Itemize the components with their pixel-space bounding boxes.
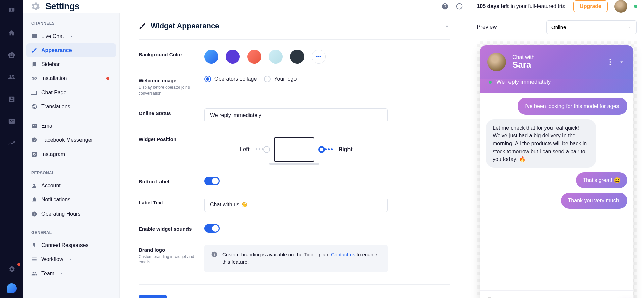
color-swatch-purple[interactable] bbox=[226, 50, 240, 64]
sidebar-label: Installation bbox=[41, 75, 67, 81]
preview-label: Preview bbox=[477, 24, 497, 31]
rail-analytics-icon[interactable] bbox=[6, 137, 18, 150]
save-button[interactable]: Save bbox=[139, 295, 167, 298]
sidebar-item-translations[interactable]: Translations bbox=[26, 100, 116, 114]
rail-tidio-icon[interactable] bbox=[7, 283, 17, 293]
topbar: Settings 105 days left in your full-feat… bbox=[23, 0, 644, 13]
rail-mail-icon[interactable] bbox=[6, 115, 18, 127]
sidebar-label: Notifications bbox=[41, 197, 70, 203]
label: Brand logo bbox=[139, 247, 204, 253]
radio-your-logo[interactable]: Your logo bbox=[264, 76, 297, 82]
svg-point-2 bbox=[610, 64, 611, 65]
radio-operators-collage[interactable]: Operators collage bbox=[204, 76, 257, 82]
color-swatch-blue[interactable] bbox=[204, 50, 218, 64]
sidebar-item-team[interactable]: Team bbox=[26, 266, 116, 281]
preview-panel: Preview Online Chat with Sara bbox=[469, 13, 644, 298]
online-dot bbox=[489, 81, 492, 84]
rail-home-icon[interactable] bbox=[6, 27, 18, 39]
sidebar-item-appearance[interactable]: Appearance bbox=[26, 43, 116, 57]
sidebar-item-messenger[interactable]: Facebook Messenger bbox=[26, 133, 116, 147]
brand-notice: Custom branding is available on the Tidi… bbox=[204, 245, 388, 272]
sidebar-label: Translations bbox=[41, 104, 70, 110]
svg-point-0 bbox=[610, 59, 611, 60]
color-swatch-dark[interactable] bbox=[290, 50, 304, 64]
sounds-toggle[interactable] bbox=[204, 224, 220, 233]
position-radio-right[interactable] bbox=[318, 146, 325, 153]
chat-operator-avatar bbox=[487, 53, 506, 71]
sidebar-item-email[interactable]: Email bbox=[26, 119, 116, 133]
rail-bot-icon[interactable] bbox=[6, 49, 18, 61]
chat-operator-name: Sara bbox=[512, 60, 535, 70]
position-radio-left[interactable] bbox=[263, 146, 270, 153]
chat-menu-icon[interactable] bbox=[609, 59, 611, 65]
section-personal: PERSONAL bbox=[26, 171, 116, 175]
settings-sidebar: CHANNELS Live Chat Appearance Sidebar In… bbox=[23, 13, 120, 298]
info-icon bbox=[211, 251, 218, 258]
label: Enable widget sounds bbox=[139, 226, 204, 232]
sidebar-label: Operating Hours bbox=[41, 211, 80, 217]
position-label-left: Left bbox=[239, 146, 249, 153]
label: Online Status bbox=[139, 110, 204, 116]
gear-icon bbox=[30, 1, 41, 12]
app-frame: Settings 105 days left in your full-feat… bbox=[23, 0, 644, 298]
chat-bubble-user: Thank you very much! bbox=[561, 193, 627, 208]
sidebar-item-account[interactable]: Account bbox=[26, 179, 116, 193]
button-label-toggle[interactable] bbox=[204, 177, 220, 185]
help-icon[interactable] bbox=[441, 3, 449, 10]
sidebar-item-live-chat[interactable]: Live Chat bbox=[26, 29, 116, 43]
sidebar-label: Appearance bbox=[41, 47, 72, 53]
color-more-button[interactable]: ••• bbox=[312, 50, 326, 64]
sidebar-item-workflow[interactable]: Workflow bbox=[26, 252, 116, 266]
rail-settings-icon[interactable] bbox=[6, 263, 18, 275]
label-text-input[interactable] bbox=[204, 198, 388, 212]
chat-bubble-operator: Let me check that for you real quick! We… bbox=[486, 119, 596, 168]
label: Button Label bbox=[139, 179, 204, 184]
sidebar-item-chat-page[interactable]: Chat Page bbox=[26, 85, 116, 100]
chat-message-input[interactable] bbox=[487, 296, 626, 298]
sidebar-item-installation[interactable]: Installation bbox=[26, 71, 116, 85]
collapse-icon[interactable] bbox=[444, 23, 450, 29]
sidebar-item-notifications[interactable]: Notifications bbox=[26, 193, 116, 207]
rail-inbox-icon[interactable] bbox=[6, 5, 18, 17]
label: Welcome image bbox=[139, 78, 204, 83]
brush-icon bbox=[139, 22, 146, 30]
contact-link[interactable]: Contact us bbox=[331, 252, 355, 257]
sidebar-item-canned[interactable]: Canned Responses bbox=[26, 238, 116, 252]
chat-status-text: We reply immediately bbox=[496, 79, 551, 85]
position-label-right: Right bbox=[339, 146, 353, 153]
sidebar-label: Canned Responses bbox=[41, 242, 89, 248]
position-control: Left Right bbox=[239, 134, 352, 165]
sidebar-item-hours[interactable]: Operating Hours bbox=[26, 207, 116, 221]
refresh-icon[interactable] bbox=[455, 3, 463, 10]
preview-select[interactable]: Online bbox=[546, 20, 637, 34]
radio-label: Your logo bbox=[274, 76, 297, 82]
color-swatch-lightblue[interactable] bbox=[269, 50, 283, 64]
sublabel: Custom branding in widget and emails bbox=[139, 254, 204, 265]
chat-widget: Chat with Sara We reply immediately bbox=[480, 45, 633, 298]
sidebar-label: Account bbox=[41, 183, 61, 189]
sidebar-label: Workflow bbox=[41, 256, 63, 262]
status-dot bbox=[634, 5, 637, 8]
rail-card-icon[interactable] bbox=[6, 93, 18, 105]
upgrade-button[interactable]: Upgrade bbox=[573, 0, 608, 12]
online-status-input[interactable] bbox=[204, 108, 388, 122]
sidebar-label: Instagram bbox=[41, 151, 65, 157]
page-title: Settings bbox=[45, 1, 80, 12]
rail-contacts-icon[interactable] bbox=[6, 71, 18, 83]
sidebar-item-instagram[interactable]: Instagram bbox=[26, 147, 116, 161]
chevron-down-icon bbox=[69, 34, 73, 38]
sidebar-item-sidebar[interactable]: Sidebar bbox=[26, 57, 116, 71]
color-swatch-coral[interactable] bbox=[247, 50, 261, 64]
avatar[interactable] bbox=[614, 0, 627, 13]
sublabel: Display before operator joins conversati… bbox=[139, 85, 204, 96]
chevron-right-icon bbox=[69, 258, 72, 261]
notification-dot bbox=[106, 77, 109, 80]
label: Label Text bbox=[139, 200, 204, 205]
sidebar-label: Facebook Messenger bbox=[41, 137, 93, 143]
main-content: Widget Appearance Background Color ••• W… bbox=[120, 13, 469, 298]
radio-label: Operators collage bbox=[214, 76, 257, 82]
chat-bubble-user: I've been looking for this model for age… bbox=[518, 98, 627, 115]
chat-with-label: Chat with bbox=[512, 54, 535, 60]
chat-minimize-icon[interactable] bbox=[619, 59, 625, 65]
preview-select-value: Online bbox=[551, 24, 566, 30]
